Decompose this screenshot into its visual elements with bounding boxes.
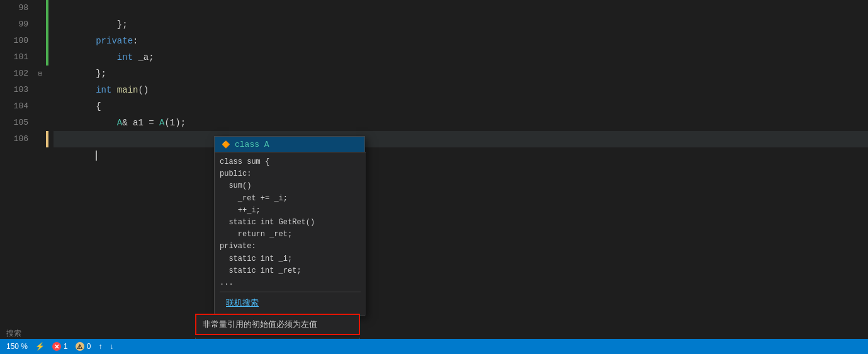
doc-line-6: static int GetRet(): [220, 217, 361, 229]
code-line-101: };: [54, 49, 868, 66]
code-line-100: int _a;: [54, 33, 868, 49]
line-num-106: 106: [0, 131, 28, 147]
power-icon: ⚡: [35, 342, 45, 351]
bottom-label: 搜索: [6, 329, 21, 338]
doc-line-1: class sum {: [220, 156, 361, 168]
editor-container: 98 99 100 101 102 103 104 105 106 ⊟: [0, 0, 868, 354]
error-icon: ✕: [52, 342, 61, 351]
power-status[interactable]: ⚡: [35, 342, 45, 351]
error-popup: 非常量引用的初始值必须为左值: [195, 314, 360, 335]
fold-98: [35, 0, 46, 16]
doc-line-5: ++_i;: [220, 205, 361, 217]
error-count: 1: [64, 342, 68, 351]
warning-count: 0: [87, 342, 91, 351]
doc-line-11: ...: [220, 277, 361, 289]
zoom-level[interactable]: 150 %: [6, 342, 28, 351]
navigate-down[interactable]: ↓: [110, 342, 113, 351]
autocomplete-item-class-a[interactable]: 🔶 class A: [215, 137, 364, 152]
arrow-down-icon[interactable]: ↓: [110, 342, 113, 351]
line-num-104: 104: [0, 98, 28, 115]
warning-icon: ⚠: [76, 342, 84, 351]
doc-line-3: sum(): [220, 180, 361, 192]
line-num-99: 99: [0, 16, 28, 33]
line-num-100: 100: [0, 33, 28, 49]
doc-line-9: static int _i;: [220, 253, 361, 265]
doc-line-8: private:: [220, 241, 361, 253]
code-line-106[interactable]: [54, 131, 868, 147]
status-bar: 150 % ⚡ ✕ 1 ⚠ 0 ↑ ↓: [0, 339, 868, 354]
error-message: 非常量引用的初始值必须为左值: [203, 320, 317, 329]
bottom-text: 搜索: [6, 328, 21, 339]
fold-105: [35, 115, 46, 131]
fold-103: [35, 82, 46, 98]
code-line-102: int main(): [54, 66, 868, 82]
fold-99: [35, 16, 46, 33]
doc-line-2: public:: [220, 168, 361, 180]
fold-gutter: ⊟: [35, 0, 46, 321]
fold-102[interactable]: ⊟: [35, 66, 46, 82]
class-icon: 🔶: [221, 139, 231, 149]
line-num-105: 105: [0, 115, 28, 131]
code-content[interactable]: }; private: int _a; }; int main() {: [48, 0, 868, 321]
autocomplete-popup[interactable]: 🔶 class A class sum { public: sum() _ret…: [214, 136, 365, 316]
fold-100: [35, 33, 46, 49]
fold-104: [35, 98, 46, 115]
online-search-link-1[interactable]: 联机搜索: [220, 295, 361, 312]
doc-line-4: _ret += _i;: [220, 193, 361, 205]
code-line-103: {: [54, 82, 868, 98]
hover-doc: class sum { public: sum() _ret += _i; ++…: [215, 152, 366, 316]
zoom-label: 150 %: [6, 342, 28, 351]
fold-icon-102[interactable]: ⊟: [38, 66, 43, 82]
line-num-102: 102: [0, 66, 28, 82]
line-num-98: 98: [0, 0, 28, 16]
doc-line-10: static int _ret;: [220, 265, 361, 277]
line-num-103: 103: [0, 82, 28, 98]
line-numbers: 98 99 100 101 102 103 104 105 106: [0, 0, 35, 321]
editor-area: 98 99 100 101 102 103 104 105 106 ⊟: [0, 0, 868, 321]
warning-count-item[interactable]: ⚠ 0: [76, 342, 91, 351]
code-line-104: A& a1 = A(1);: [54, 98, 868, 115]
text-cursor: [96, 151, 97, 161]
arrow-up-icon[interactable]: ↑: [98, 342, 102, 351]
autocomplete-item-label: class A: [235, 140, 269, 149]
navigate-up[interactable]: ↑: [98, 342, 102, 351]
doc-line-7: return _ret;: [220, 229, 361, 241]
doc-separator: [220, 292, 361, 292]
code-line-99: private:: [54, 16, 868, 33]
fold-106: [35, 131, 46, 147]
fold-101: [35, 49, 46, 66]
code-line-105: }: [54, 115, 868, 131]
code-line-98: };: [54, 0, 868, 16]
line-num-101: 101: [0, 49, 28, 66]
error-count-item[interactable]: ✕ 1: [52, 342, 68, 351]
